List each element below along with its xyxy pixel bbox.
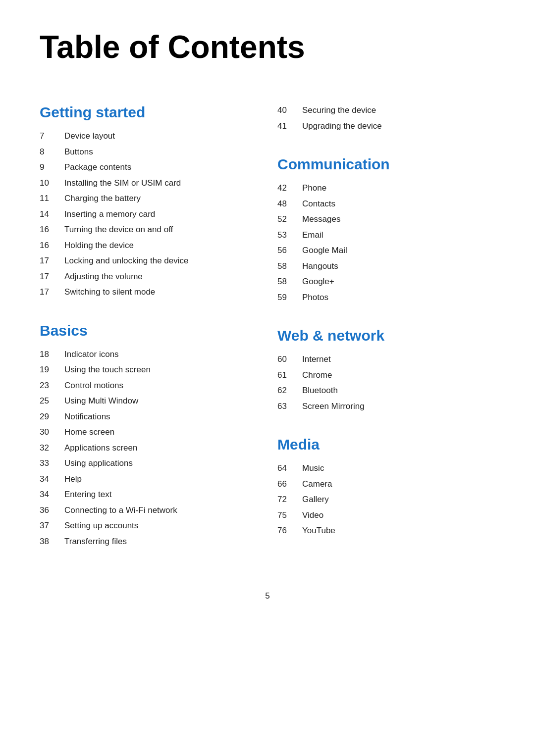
toc-number: 41 (277, 120, 302, 133)
toc-item-c-5: 56 Google Mail (277, 244, 495, 257)
toc-text: Upgrading the device (302, 120, 382, 133)
section-getting-started: Getting started 7 Device layout 8 Button… (40, 104, 248, 299)
toc-number: 32 (40, 442, 64, 454)
toc-item-b-5: 29 Notifications (40, 410, 248, 423)
toc-number: 61 (277, 369, 302, 382)
toc-item-gs-7: 16 Turning the device on and off (40, 223, 248, 236)
toc-text: Using Multi Window (64, 395, 138, 407)
toc-item-gs-4: 10 Installing the SIM or USIM card (40, 177, 248, 190)
toc-text: Messages (302, 213, 340, 226)
toc-text: YouTube (302, 524, 335, 537)
toc-item-gs-3: 9 Package contents (40, 161, 248, 174)
toc-item-b-12: 37 Setting up accounts (40, 519, 248, 532)
toc-text: Holding the device (64, 239, 134, 252)
toc-item-c-6: 58 Hangouts (277, 260, 495, 273)
toc-text: Connecting to a Wi-Fi network (64, 504, 177, 517)
toc-text: Package contents (64, 161, 131, 174)
toc-item-m-5: 76 YouTube (277, 524, 495, 537)
toc-text: Screen Mirroring (302, 400, 365, 413)
toc-number: 56 (277, 244, 302, 257)
toc-text: Setting up accounts (64, 519, 138, 532)
section-title-web-network: Web & network (277, 327, 495, 344)
toc-text: Google Mail (302, 244, 347, 257)
toc-text: Inserting a memory card (64, 208, 155, 221)
section-communication: Communication 42 Phone 48 Contacts 52 Me… (277, 156, 495, 303)
toc-item-m-4: 75 Video (277, 509, 495, 522)
toc-text: Buttons (64, 146, 93, 158)
toc-item-sec-1: 40 Securing the device (277, 104, 495, 117)
toc-number: 64 (277, 462, 302, 475)
toc-number: 59 (277, 291, 302, 304)
toc-item-c-1: 42 Phone (277, 182, 495, 195)
section-media: Media 64 Music 66 Camera 72 Gallery 75 V… (277, 436, 495, 537)
toc-number: 42 (277, 182, 302, 195)
toc-item-w-2: 61 Chrome (277, 369, 495, 382)
toc-number: 19 (40, 363, 64, 376)
toc-text: Transferring files (64, 535, 127, 548)
toc-item-w-3: 62 Bluetooth (277, 384, 495, 397)
toc-number: 53 (277, 229, 302, 242)
toc-item-c-8: 59 Photos (277, 291, 495, 304)
toc-number: 66 (277, 478, 302, 491)
toc-text: Help (64, 473, 82, 486)
toc-number: 33 (40, 457, 64, 470)
toc-number: 30 (40, 426, 64, 439)
toc-text: Video (302, 509, 323, 522)
toc-text: Photos (302, 291, 328, 304)
toc-item-gs-8: 16 Holding the device (40, 239, 248, 252)
section-web-network: Web & network 60 Internet 61 Chrome 62 B… (277, 327, 495, 412)
toc-text: Notifications (64, 410, 110, 423)
toc-item-b-11: 36 Connecting to a Wi-Fi network (40, 504, 248, 517)
toc-text: Email (302, 229, 323, 242)
toc-item-b-9: 34 Help (40, 473, 248, 486)
content-wrapper: Getting started 7 Device layout 8 Button… (40, 104, 495, 571)
toc-text: Control motions (64, 379, 123, 392)
toc-number: 62 (277, 384, 302, 397)
section-securing: 40 Securing the device 41 Upgrading the … (277, 104, 495, 132)
toc-item-w-4: 63 Screen Mirroring (277, 400, 495, 413)
toc-number: 23 (40, 379, 64, 392)
toc-item-sec-2: 41 Upgrading the device (277, 120, 495, 133)
toc-item-b-7: 32 Applications screen (40, 442, 248, 454)
toc-number: 16 (40, 223, 64, 236)
toc-text: Switching to silent mode (64, 286, 155, 299)
toc-number: 76 (277, 524, 302, 537)
toc-text: Camera (302, 478, 332, 491)
toc-text: Using applications (64, 457, 133, 470)
toc-text: Securing the device (302, 104, 376, 117)
toc-item-gs-9: 17 Locking and unlocking the device (40, 254, 248, 267)
toc-text: Music (302, 462, 324, 475)
toc-number: 18 (40, 348, 64, 361)
page-footer: 5 (40, 591, 495, 601)
toc-number: 9 (40, 161, 64, 174)
page-title: Table of Contents (40, 30, 495, 64)
toc-text: Google+ (302, 275, 334, 288)
toc-text: Hangouts (302, 260, 338, 273)
toc-item-m-3: 72 Gallery (277, 493, 495, 506)
toc-number: 10 (40, 177, 64, 190)
toc-text: Installing the SIM or USIM card (64, 177, 181, 190)
toc-text: Internet (302, 353, 331, 366)
toc-item-m-1: 64 Music (277, 462, 495, 475)
toc-item-b-6: 30 Home screen (40, 426, 248, 439)
toc-number: 48 (277, 198, 302, 210)
toc-item-gs-10: 17 Adjusting the volume (40, 270, 248, 283)
toc-number: 17 (40, 254, 64, 267)
toc-number: 7 (40, 130, 64, 143)
toc-text: Bluetooth (302, 384, 338, 397)
toc-text: Chrome (302, 369, 332, 382)
section-title-media: Media (277, 436, 495, 453)
left-column: Getting started 7 Device layout 8 Button… (40, 104, 268, 571)
toc-text: Indicator icons (64, 348, 119, 361)
toc-number: 58 (277, 275, 302, 288)
toc-number: 11 (40, 192, 64, 205)
toc-number: 17 (40, 286, 64, 299)
toc-item-gs-6: 14 Inserting a memory card (40, 208, 248, 221)
toc-number: 8 (40, 146, 64, 158)
toc-number: 37 (40, 519, 64, 532)
toc-number: 34 (40, 488, 64, 501)
section-title-basics: Basics (40, 322, 248, 339)
toc-number: 75 (277, 509, 302, 522)
toc-number: 38 (40, 535, 64, 548)
toc-text: Using the touch screen (64, 363, 151, 376)
